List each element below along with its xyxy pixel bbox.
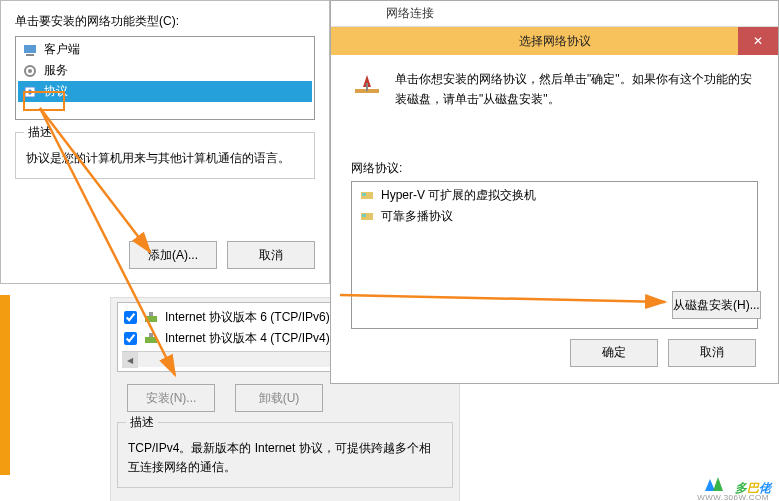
list-item-client[interactable]: 客户端 xyxy=(18,39,312,60)
checkbox-ipv6[interactable] xyxy=(124,311,137,324)
svg-rect-5 xyxy=(145,316,157,322)
instruction-text: 单击你想安装的网络协议，然后单击"确定"。如果你有这个功能的安装磁盘，请单击"从… xyxy=(395,69,758,110)
parent-title-text: 网络连接 xyxy=(386,5,434,22)
feature-type-list[interactable]: 客户端 服务 协议 xyxy=(15,36,315,120)
list-item-protocol[interactable]: 协议 xyxy=(18,81,312,102)
group-title: 描述 xyxy=(126,414,158,431)
accent-bar xyxy=(0,295,10,475)
cancel-button[interactable]: 取消 xyxy=(668,339,756,367)
protocol-list-label: 网络协议: xyxy=(351,160,758,177)
group-title: 描述 xyxy=(24,124,56,141)
logo-icon xyxy=(703,473,729,495)
list-item-label: 协议 xyxy=(44,83,68,100)
svg-rect-7 xyxy=(145,337,157,343)
svg-rect-12 xyxy=(362,193,366,196)
adapter-icon xyxy=(359,208,375,224)
cancel-button[interactable]: 取消 xyxy=(227,241,315,269)
list-item-label: 客户端 xyxy=(44,41,80,58)
svg-rect-6 xyxy=(149,312,153,316)
checkbox-label: Internet 协议版本 4 (TCP/IPv4) xyxy=(165,330,330,347)
install-from-disk-button[interactable]: 从磁盘安装(H)... xyxy=(672,291,761,319)
svg-point-3 xyxy=(28,69,32,73)
install-button[interactable]: 安装(N)... xyxy=(127,384,215,412)
title-text: 选择网络协议 xyxy=(519,33,591,50)
parent-titlebar: 网络连接 xyxy=(331,1,778,27)
close-icon: ✕ xyxy=(753,34,763,48)
service-icon xyxy=(22,63,38,79)
scroll-left-icon[interactable]: ◀ xyxy=(122,352,138,368)
add-button[interactable]: 添加(A)... xyxy=(129,241,217,269)
ok-button[interactable]: 确定 xyxy=(570,339,658,367)
list-item[interactable]: Hyper-V 可扩展的虚拟交换机 xyxy=(355,185,754,206)
uninstall-button[interactable]: 卸载(U) xyxy=(235,384,323,412)
description-text: 协议是您的计算机用来与其他计算机通信的语言。 xyxy=(26,149,304,168)
svg-rect-0 xyxy=(24,45,36,53)
svg-rect-8 xyxy=(149,333,153,337)
select-protocol-dialog: 网络连接 选择网络协议 ✕ 单击你想安装的网络协议，然后单击"确定"。如果你有这… xyxy=(330,0,779,384)
protocol-icon xyxy=(143,310,159,326)
client-icon xyxy=(22,42,38,58)
dialog-titlebar[interactable]: 选择网络协议 ✕ xyxy=(331,27,778,55)
feature-type-label: 单击要安装的网络功能类型(C): xyxy=(15,13,315,30)
network-feature-dialog: 单击要安装的网络功能类型(C): 客户端 服务 协议 描述 协议是您的计算机用来… xyxy=(0,0,330,284)
svg-rect-14 xyxy=(362,214,366,217)
list-item[interactable]: 可靠多播协议 xyxy=(355,206,754,227)
watermark-url: WWW.306W.COM xyxy=(697,493,769,501)
close-button[interactable]: ✕ xyxy=(738,27,778,55)
wizard-icon xyxy=(351,69,383,101)
svg-rect-10 xyxy=(366,83,368,91)
adapter-icon xyxy=(359,187,375,203)
protocol-icon xyxy=(22,84,38,100)
description-text: TCP/IPv4。最新版本的 Internet 协议，可提供跨越多个相互连接网络… xyxy=(128,439,442,477)
list-item-label: Hyper-V 可扩展的虚拟交换机 xyxy=(381,187,536,204)
protocol-icon xyxy=(143,331,159,347)
description-group: 描述 协议是您的计算机用来与其他计算机通信的语言。 xyxy=(15,132,315,179)
checkbox-ipv4[interactable] xyxy=(124,332,137,345)
checkbox-label: Internet 协议版本 6 (TCP/IPv6) xyxy=(165,309,330,326)
list-item-label: 服务 xyxy=(44,62,68,79)
svg-rect-1 xyxy=(26,54,34,56)
list-item-service[interactable]: 服务 xyxy=(18,60,312,81)
list-item-label: 可靠多播协议 xyxy=(381,208,453,225)
description-group: 描述 TCP/IPv4。最新版本的 Internet 协议，可提供跨越多个相互连… xyxy=(117,422,453,488)
